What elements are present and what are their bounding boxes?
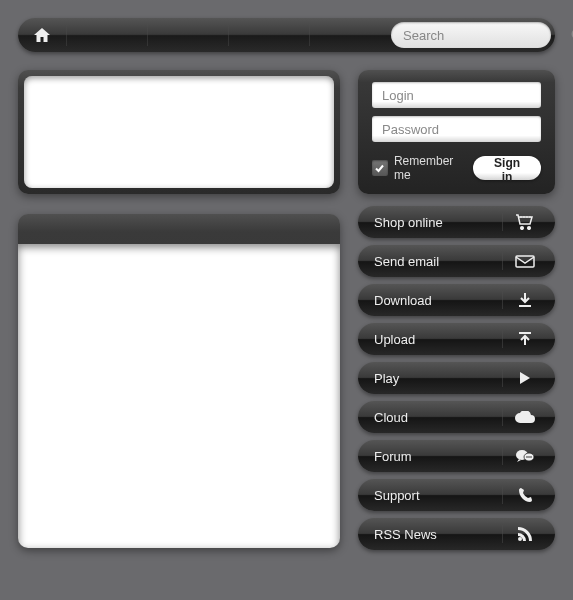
svg-point-12 [518, 537, 522, 541]
action-cloud-button[interactable]: Cloud [358, 401, 555, 433]
password-field[interactable] [372, 116, 541, 142]
action-button-list: Shop onlineSend emailDownloadUploadPlayC… [358, 206, 555, 550]
action-label: Play [374, 371, 502, 386]
nav-left [18, 18, 310, 52]
svg-rect-6 [519, 332, 531, 334]
svg-point-3 [528, 227, 531, 230]
home-button[interactable] [18, 18, 66, 52]
action-phone-button[interactable]: Support [358, 479, 555, 511]
nav-slot[interactable] [148, 18, 228, 52]
svg-point-11 [530, 456, 532, 458]
login-field[interactable] [372, 82, 541, 108]
action-divider [502, 525, 503, 543]
action-label: Shop online [374, 215, 502, 230]
content-area [24, 76, 334, 188]
svg-point-9 [526, 456, 528, 458]
content-area [18, 244, 340, 548]
action-envelope-button[interactable]: Send email [358, 245, 555, 277]
action-label: Forum [374, 449, 502, 464]
login-panel: Remember me Sign in [358, 70, 555, 194]
action-divider [502, 291, 503, 309]
action-label: Upload [374, 332, 502, 347]
play-icon [511, 371, 539, 385]
svg-rect-5 [519, 305, 531, 307]
action-cart-button[interactable]: Shop online [358, 206, 555, 238]
action-rss-button[interactable]: RSS News [358, 518, 555, 550]
action-label: Support [374, 488, 502, 503]
svg-point-10 [528, 456, 530, 458]
action-divider [502, 369, 503, 387]
home-icon [34, 28, 50, 42]
action-label: Cloud [374, 410, 502, 425]
search-box [391, 22, 551, 48]
envelope-icon [511, 255, 539, 268]
checkbox-box [372, 160, 388, 176]
action-divider [502, 408, 503, 426]
svg-point-2 [521, 227, 524, 230]
chat-icon [511, 448, 539, 464]
top-navbar [18, 18, 555, 52]
action-label: Send email [374, 254, 502, 269]
signin-button[interactable]: Sign in [473, 156, 541, 180]
nav-slot[interactable] [67, 18, 147, 52]
content-panel-large [18, 214, 340, 548]
remember-me-checkbox[interactable]: Remember me [372, 154, 473, 182]
check-icon [374, 163, 385, 174]
action-divider [502, 252, 503, 270]
action-divider [502, 213, 503, 231]
action-divider [502, 447, 503, 465]
action-divider [502, 486, 503, 504]
action-label: RSS News [374, 527, 502, 542]
rss-icon [511, 526, 539, 542]
phone-icon [511, 487, 539, 503]
nav-slot[interactable] [229, 18, 309, 52]
action-download-button[interactable]: Download [358, 284, 555, 316]
upload-icon [511, 331, 539, 347]
svg-rect-4 [516, 256, 534, 267]
download-icon [511, 292, 539, 308]
nav-divider [309, 24, 310, 46]
search-input[interactable] [403, 28, 571, 43]
action-play-button[interactable]: Play [358, 362, 555, 394]
action-divider [502, 330, 503, 348]
action-chat-button[interactable]: Forum [358, 440, 555, 472]
cloud-icon [511, 411, 539, 424]
remember-me-label: Remember me [394, 154, 473, 182]
cart-icon [511, 214, 539, 230]
action-upload-button[interactable]: Upload [358, 323, 555, 355]
action-label: Download [374, 293, 502, 308]
content-panel-small [18, 70, 340, 194]
